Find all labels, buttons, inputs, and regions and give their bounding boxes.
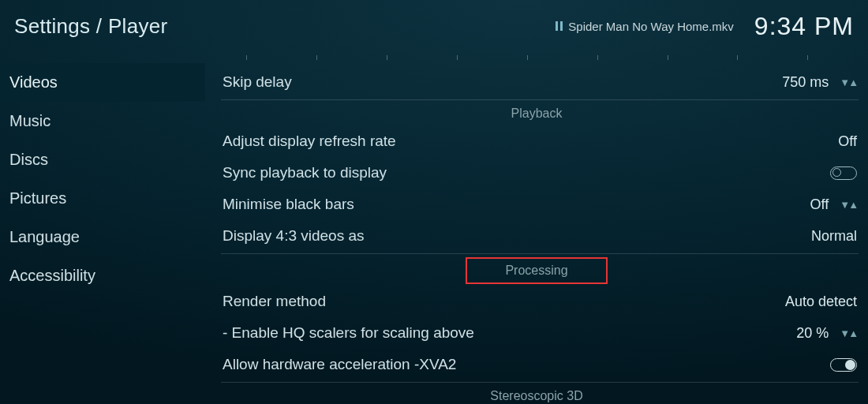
setting-label: Render method bbox=[223, 293, 785, 310]
sidebar: Videos Music Discs Pictures Language Acc… bbox=[0, 52, 205, 404]
row-adjust-refresh[interactable]: Adjust display refresh rate Off bbox=[205, 125, 868, 157]
setting-value: 750 ms bbox=[782, 74, 829, 91]
sidebar-item-accessibility[interactable]: Accessibility bbox=[0, 256, 205, 295]
setting-label: Display 4:3 videos as bbox=[223, 227, 811, 245]
setting-value: Off bbox=[810, 196, 829, 213]
now-playing[interactable]: Spider Man No Way Home.mkv bbox=[556, 20, 734, 33]
setting-label: Allow hardware acceleration -XVA2 bbox=[223, 356, 830, 373]
setting-label: Adjust display refresh rate bbox=[223, 133, 838, 150]
header: Settings / Player Spider Man No Way Home… bbox=[0, 0, 868, 52]
row-minimise-black-bars[interactable]: Minimise black bars Off ▼▲ bbox=[205, 189, 868, 220]
row-sync-playback[interactable]: Sync playback to display bbox=[205, 157, 868, 189]
ruler-ticks bbox=[221, 55, 859, 66]
setting-label: Skip delay bbox=[223, 73, 782, 91]
clock: 9:34 PM bbox=[754, 12, 854, 41]
setting-value: 20 % bbox=[796, 325, 829, 342]
breadcrumb: Settings / Player bbox=[14, 14, 167, 39]
setting-value: Normal bbox=[811, 228, 857, 245]
sidebar-item-label: Language bbox=[9, 228, 80, 245]
section-title-stereo: Stereoscopic 3D bbox=[205, 383, 868, 404]
spinner-icon[interactable]: ▼▲ bbox=[840, 199, 857, 211]
pause-icon bbox=[556, 21, 563, 31]
setting-value: Auto detect bbox=[785, 294, 857, 310]
spinner-icon[interactable]: ▼▲ bbox=[840, 327, 857, 339]
setting-value: Off bbox=[838, 133, 857, 150]
setting-label: Sync playback to display bbox=[223, 164, 830, 181]
sidebar-item-label: Pictures bbox=[9, 189, 66, 207]
sidebar-item-videos[interactable]: Videos bbox=[0, 63, 205, 102]
sidebar-item-music[interactable]: Music bbox=[0, 102, 205, 140]
sidebar-item-label: Discs bbox=[9, 151, 48, 168]
row-render-method[interactable]: Render method Auto detect bbox=[205, 286, 868, 317]
row-hw-accel[interactable]: Allow hardware acceleration -XVA2 bbox=[205, 349, 868, 380]
row-skip-delay[interactable]: Skip delay 750 ms ▼▲ bbox=[205, 66, 868, 98]
toggle-hw-accel[interactable] bbox=[830, 358, 857, 372]
settings-content: Skip delay 750 ms ▼▲ Playback Adjust dis… bbox=[205, 52, 868, 404]
sidebar-item-label: Accessibility bbox=[9, 267, 95, 284]
sidebar-item-language[interactable]: Language bbox=[0, 218, 205, 256]
spinner-icon[interactable]: ▼▲ bbox=[840, 77, 857, 88]
sidebar-item-label: Videos bbox=[9, 73, 58, 91]
sidebar-item-pictures[interactable]: Pictures bbox=[0, 179, 205, 218]
row-hq-scalers[interactable]: - Enable HQ scalers for scaling above 20… bbox=[205, 317, 868, 349]
setting-label: Minimise black bars bbox=[223, 196, 810, 213]
toggle-sync-playback[interactable] bbox=[830, 166, 857, 180]
row-display-43[interactable]: Display 4:3 videos as Normal bbox=[205, 220, 868, 252]
sidebar-item-label: Music bbox=[9, 112, 51, 129]
setting-label: - Enable HQ scalers for scaling above bbox=[223, 324, 796, 342]
now-playing-title: Spider Man No Way Home.mkv bbox=[568, 20, 734, 33]
sidebar-item-discs[interactable]: Discs bbox=[0, 140, 205, 179]
section-title-playback: Playback bbox=[205, 100, 868, 125]
section-title-processing: Processing bbox=[466, 257, 607, 284]
